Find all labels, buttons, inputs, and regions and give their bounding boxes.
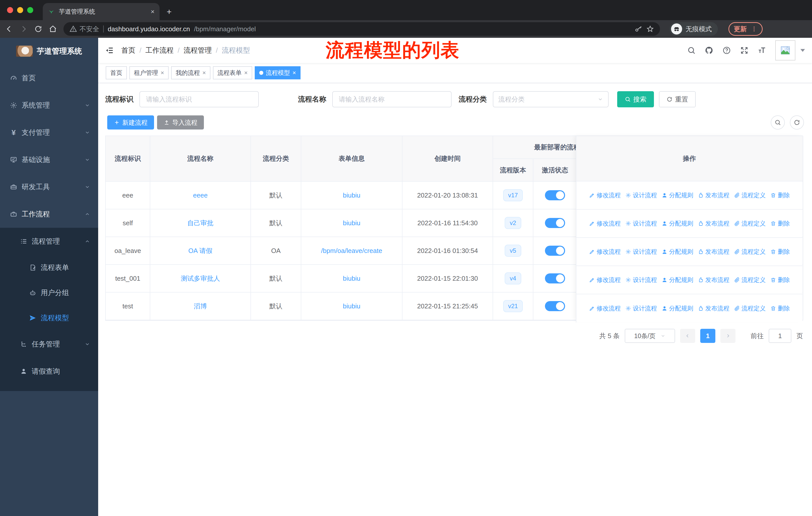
action-clip-link[interactable]: 流程定义 bbox=[734, 219, 766, 227]
active-toggle[interactable] bbox=[545, 301, 565, 311]
page-number-1[interactable]: 1 bbox=[700, 329, 715, 343]
app-logo[interactable]: 芋道管理系统 bbox=[0, 38, 98, 64]
model-name-link[interactable]: 测试多审批人 bbox=[181, 275, 220, 282]
version-badge[interactable]: v4 bbox=[505, 272, 521, 284]
sidebar-item-devtools[interactable]: 研发工具 bbox=[0, 173, 98, 200]
sidebar-item-user-group[interactable]: 用户分组 bbox=[0, 280, 98, 305]
goto-page-input[interactable] bbox=[769, 329, 791, 343]
action-trash-link[interactable]: 删除 bbox=[770, 276, 790, 284]
avatar[interactable] bbox=[775, 40, 795, 60]
action-edit-link[interactable]: 修改流程 bbox=[589, 276, 621, 284]
action-clip-link[interactable]: 流程定义 bbox=[734, 304, 766, 313]
prev-page-button[interactable] bbox=[680, 329, 695, 343]
action-edit-link[interactable]: 修改流程 bbox=[589, 219, 621, 227]
password-key-icon[interactable] bbox=[635, 25, 642, 33]
browser-menu-icon[interactable] bbox=[751, 26, 757, 32]
minimize-window-button[interactable] bbox=[17, 7, 23, 13]
tag-close-icon[interactable]: × bbox=[244, 69, 248, 76]
action-clip-link[interactable]: 流程定义 bbox=[734, 276, 766, 284]
action-clip-link[interactable]: 流程定义 bbox=[734, 191, 766, 199]
security-status[interactable]: 不安全 bbox=[69, 25, 99, 33]
sidebar-item-leave-query[interactable]: 请假查询 bbox=[0, 358, 98, 385]
action-thumb-link[interactable]: 发布流程 bbox=[698, 191, 729, 199]
version-badge[interactable]: v21 bbox=[503, 300, 523, 312]
form-link[interactable]: biubiu bbox=[343, 302, 360, 310]
font-size-icon[interactable] bbox=[758, 46, 766, 55]
zoom-window-button[interactable] bbox=[27, 7, 33, 13]
sidebar-item-payment[interactable]: ¥ 支付管理 bbox=[0, 119, 98, 146]
sidebar-item-system[interactable]: 系统管理 bbox=[0, 92, 98, 119]
sidebar-item-home[interactable]: 首页 bbox=[0, 64, 98, 92]
tag-3[interactable]: 我的流程× bbox=[171, 66, 210, 79]
action-thumb-link[interactable]: 发布流程 bbox=[698, 276, 729, 284]
action-cog-link[interactable]: 设计流程 bbox=[625, 219, 657, 227]
action-user-link[interactable]: 分配规则 bbox=[662, 219, 693, 227]
action-user-link[interactable]: 分配规则 bbox=[662, 304, 693, 313]
form-link[interactable]: /bpm/oa/leave/create bbox=[321, 247, 382, 254]
form-link[interactable]: biubiu bbox=[343, 219, 360, 227]
breadcrumb-process-mgmt[interactable]: 流程管理 bbox=[184, 46, 212, 55]
create-process-button[interactable]: 新建流程 bbox=[107, 115, 154, 130]
search-icon[interactable] bbox=[687, 46, 696, 55]
help-icon[interactable] bbox=[722, 46, 731, 55]
next-page-button[interactable] bbox=[720, 329, 735, 343]
home-icon[interactable] bbox=[49, 25, 57, 33]
import-process-button[interactable]: 导入流程 bbox=[157, 115, 204, 130]
sidebar-item-process-form[interactable]: 流程表单 bbox=[0, 255, 98, 280]
model-name-link[interactable]: 自己审批 bbox=[187, 219, 213, 227]
model-name-link[interactable]: eeee bbox=[193, 191, 208, 199]
sidebar-item-workflow[interactable]: 工作流程 bbox=[0, 200, 98, 228]
action-cog-link[interactable]: 设计流程 bbox=[625, 191, 657, 199]
action-user-link[interactable]: 分配规则 bbox=[662, 276, 693, 284]
reload-icon[interactable] bbox=[34, 25, 42, 33]
process-key-input[interactable] bbox=[140, 91, 259, 107]
model-name-link[interactable]: OA 请假 bbox=[188, 247, 212, 254]
form-link[interactable]: biubiu bbox=[343, 275, 360, 282]
tag-5[interactable]: 流程模型× bbox=[255, 66, 300, 79]
refresh-table-button[interactable] bbox=[790, 115, 804, 130]
action-thumb-link[interactable]: 发布流程 bbox=[698, 219, 729, 227]
action-trash-link[interactable]: 删除 bbox=[770, 248, 790, 256]
breadcrumb-workflow[interactable]: 工作流程 bbox=[145, 46, 174, 55]
fullscreen-icon[interactable] bbox=[740, 46, 749, 55]
new-tab-button[interactable]: + bbox=[167, 7, 172, 17]
tag-close-icon[interactable]: × bbox=[202, 69, 206, 76]
action-user-link[interactable]: 分配规则 bbox=[662, 191, 693, 199]
action-edit-link[interactable]: 修改流程 bbox=[589, 191, 621, 199]
tag-close-icon[interactable]: × bbox=[161, 69, 164, 76]
bookmark-star-icon[interactable] bbox=[646, 25, 654, 33]
action-cog-link[interactable]: 设计流程 bbox=[625, 276, 657, 284]
action-edit-link[interactable]: 修改流程 bbox=[589, 248, 621, 256]
active-toggle[interactable] bbox=[545, 190, 565, 200]
form-link[interactable]: biubiu bbox=[343, 191, 360, 199]
sidebar-item-infra[interactable]: 基础设施 bbox=[0, 146, 98, 173]
version-badge[interactable]: v5 bbox=[505, 245, 521, 257]
action-thumb-link[interactable]: 发布流程 bbox=[698, 248, 729, 256]
search-button[interactable]: 搜索 bbox=[617, 91, 654, 107]
sidebar-item-task-mgmt[interactable]: 任务管理 bbox=[0, 331, 98, 358]
process-name-input[interactable] bbox=[332, 91, 452, 107]
github-icon[interactable] bbox=[705, 46, 713, 55]
tag-1[interactable]: 首页 bbox=[106, 66, 127, 79]
action-clip-link[interactable]: 流程定义 bbox=[734, 248, 766, 256]
sidebar-item-process-model[interactable]: 流程模型 bbox=[0, 305, 98, 331]
version-badge[interactable]: v17 bbox=[503, 189, 523, 201]
action-trash-link[interactable]: 删除 bbox=[770, 191, 790, 199]
active-toggle[interactable] bbox=[545, 273, 565, 283]
action-edit-link[interactable]: 修改流程 bbox=[589, 304, 621, 313]
close-window-button[interactable] bbox=[7, 7, 13, 13]
active-toggle[interactable] bbox=[545, 218, 565, 228]
action-trash-link[interactable]: 删除 bbox=[770, 219, 790, 227]
action-cog-link[interactable]: 设计流程 bbox=[625, 248, 657, 256]
page-size-select[interactable]: 10条/页 bbox=[625, 329, 675, 343]
category-select[interactable]: 流程分类 bbox=[493, 91, 609, 107]
action-cog-link[interactable]: 设计流程 bbox=[625, 304, 657, 313]
sidebar-item-process-mgmt[interactable]: 流程管理 bbox=[0, 228, 98, 255]
show-search-toggle-button[interactable] bbox=[771, 115, 785, 130]
window-controls[interactable] bbox=[7, 7, 33, 13]
action-trash-link[interactable]: 删除 bbox=[770, 304, 790, 313]
model-name-link[interactable]: 滔博 bbox=[194, 302, 207, 310]
back-icon[interactable] bbox=[5, 25, 13, 33]
avatar-caret-icon[interactable] bbox=[801, 49, 805, 52]
version-badge[interactable]: v2 bbox=[505, 217, 521, 229]
